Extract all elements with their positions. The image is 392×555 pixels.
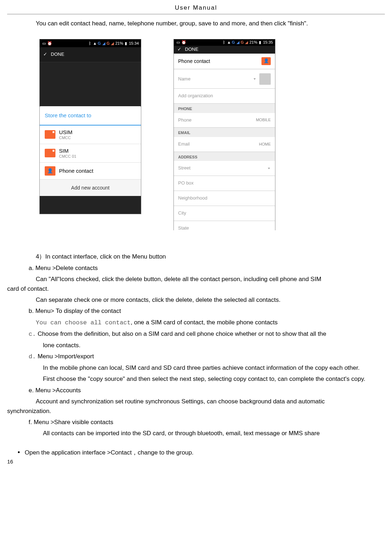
- phone-field[interactable]: Phone MOBILE: [174, 113, 275, 128]
- street-input[interactable]: Street: [178, 164, 191, 172]
- dialog-item-phone-contact[interactable]: 👤 Phone contact: [40, 163, 141, 180]
- section-phone-label: PHONE: [174, 104, 275, 113]
- item-d-letter: d.: [29, 353, 36, 360]
- item-b-rest: , one a SIM card of contact, the mobile …: [131, 319, 278, 326]
- section-address-label: ADDRESS: [174, 152, 275, 161]
- state-field[interactable]: State: [174, 221, 275, 236]
- bullet-item: Open the application interface >Contact，…: [18, 448, 371, 457]
- done-label-2: DONE: [185, 46, 199, 53]
- screenshots-row: ▭ ⏰ ᛒ ▲ G ◢ G ◢ 21% ▮ 15:34 ✓ DONE Store…: [39, 39, 385, 230]
- dialog-title: Store the contact to: [40, 106, 141, 126]
- item-e-header: e. Menu >Accounts: [29, 385, 371, 395]
- signal-bars-1-icon: ◢: [236, 40, 240, 45]
- city-input[interactable]: City: [178, 210, 186, 217]
- add-new-account-button[interactable]: Add new account: [40, 180, 141, 196]
- pobox-input[interactable]: PO box: [178, 180, 193, 187]
- status-bar-1: ▭ ⏰ ᛒ ▲ G ◢ G ◢ 21% ▮ 15:34: [40, 39, 141, 47]
- item-a-p1a: Can "All"Icons checked, click the delete…: [36, 274, 392, 284]
- item-d-rest: Menu >Import/export: [36, 353, 94, 360]
- item-b-header: b. Menu> To display of the contact: [29, 306, 371, 316]
- usim-sublabel: CMCC: [59, 136, 73, 140]
- item-c-tail: lone contacts.: [43, 340, 371, 350]
- intro-paragraph: You can edit contact head, name, telepho…: [36, 19, 363, 28]
- item-c-rest: Choose from the definition, but also on …: [36, 330, 326, 337]
- section-email-label: EMAIL: [174, 128, 275, 137]
- bullet-dot-icon: [18, 451, 20, 453]
- sim-icon: [45, 130, 55, 139]
- status-time-1: 15:34: [129, 40, 139, 47]
- contact-icon: 👤: [45, 166, 55, 176]
- bullet-text: Open the application interface >Contact，…: [25, 448, 193, 457]
- neighborhood-input[interactable]: Neighborhood: [178, 195, 207, 202]
- item-a-p2: Can separate check one or more contacts,…: [36, 295, 371, 305]
- email-input[interactable]: Email: [178, 141, 190, 148]
- usim-label: USIM: [59, 129, 73, 136]
- item-b-body: You can choose all contact, one a SIM ca…: [36, 318, 371, 328]
- battery-percent-2: 21%: [249, 39, 257, 46]
- name-input[interactable]: Name: [178, 75, 250, 83]
- status-bar-2: ▭ ⏰ ᛒ ▲ G ◢ G ◢ 21% ▮ 15:35: [174, 39, 275, 46]
- wifi-icon: ▲: [227, 40, 231, 45]
- name-field-row[interactable]: Name ▼: [174, 70, 275, 89]
- store-contact-dialog: Store the contact to USIM CMCC SIM CMCC …: [40, 106, 141, 196]
- phone-screenshot-2: ▭ ⏰ ᛒ ▲ G ◢ G ◢ 21% ▮ 15:35 ✓ DONE Phone…: [173, 39, 275, 230]
- phone-screenshot-1: ▭ ⏰ ᛒ ▲ G ◢ G ◢ 21% ▮ 15:34 ✓ DONE Store…: [39, 39, 141, 214]
- signal-bars-2-icon: ◢: [244, 40, 249, 45]
- line-4: 4）In contact interface, click on the Men…: [36, 252, 371, 261]
- chevron-down-icon[interactable]: ▼: [253, 77, 256, 81]
- alarm-icon: ⏰: [182, 40, 186, 45]
- item-c-letter: c.: [29, 331, 36, 338]
- done-label-1: DONE: [51, 51, 64, 58]
- status-time-2: 15:35: [263, 39, 273, 46]
- phone-type-selector[interactable]: MOBILE: [256, 117, 271, 123]
- item-a-header: a. Menu >Delete contacts: [29, 263, 371, 273]
- dialog-item-usim[interactable]: USIM CMCC: [40, 126, 141, 144]
- item-e-p-tail: synchronization.: [7, 406, 371, 416]
- sim-sublabel: CMCC 01: [59, 154, 76, 159]
- state-input[interactable]: State: [178, 225, 189, 232]
- check-icon: ✓: [177, 46, 181, 53]
- city-field[interactable]: City: [174, 206, 275, 221]
- dim-overlay-bottom: [40, 196, 141, 214]
- signal-bars-2-icon: ◢: [110, 41, 114, 45]
- street-field[interactable]: Street ▼: [174, 161, 275, 176]
- item-b-mono: You can choose all contact: [36, 319, 131, 326]
- signal-g2-icon: G: [241, 39, 244, 46]
- signal-bars-1-icon: ◢: [102, 41, 106, 45]
- item-c-header: c. Choose from the definition, but also …: [29, 329, 371, 339]
- signal-g-icon: G: [98, 40, 101, 47]
- signal-g-icon: G: [232, 39, 235, 46]
- item-f-header: f. Menu >Share visible contacts: [29, 417, 371, 427]
- header-title: User Manual: [7, 0, 385, 14]
- avatar-placeholder[interactable]: [259, 73, 271, 85]
- item-a-p1b: card of contact.: [7, 284, 371, 294]
- chevron-down-icon[interactable]: ▼: [267, 166, 271, 170]
- signal-g2-icon: G: [107, 40, 110, 47]
- done-bar-1[interactable]: ✓ DONE: [40, 47, 141, 62]
- battery-icon: ▮: [124, 41, 128, 45]
- bluetooth-icon: ᛒ: [88, 41, 92, 45]
- phone-input[interactable]: Phone: [178, 117, 192, 124]
- page-number: 16: [7, 457, 13, 466]
- item-d-p2: First choose the "copy source" and then …: [43, 374, 371, 384]
- email-type-selector[interactable]: HOME: [259, 141, 271, 148]
- done-bar-2[interactable]: ✓ DONE: [174, 46, 275, 54]
- body-text: 4）In contact interface, click on the Men…: [29, 252, 371, 457]
- sim-icon: [45, 149, 55, 157]
- sim-label: SIM: [59, 148, 76, 154]
- neighborhood-field[interactable]: Neighborhood: [174, 191, 275, 206]
- dialog-item-sim[interactable]: SIM CMCC 01: [40, 144, 141, 163]
- item-e-p-pre: Account and synchronization set routine …: [36, 397, 392, 406]
- check-icon: ✓: [43, 51, 47, 58]
- battery-icon: ▮: [258, 40, 262, 45]
- email-field[interactable]: Email HOME: [174, 137, 275, 152]
- pobox-field[interactable]: PO box: [174, 176, 275, 191]
- wifi-icon: ▲: [93, 41, 97, 45]
- phone-contact-label: Phone contact: [178, 57, 210, 65]
- phone-contact-row[interactable]: Phone contact 👤: [174, 54, 275, 69]
- notification-icon: ▭: [176, 40, 180, 45]
- item-d-p1: In the mobile phone can local, SIM card …: [43, 363, 371, 373]
- add-organization-field[interactable]: Add organization: [174, 89, 275, 104]
- alarm-icon: ⏰: [48, 41, 52, 45]
- phone-contact-label: Phone contact: [59, 168, 93, 174]
